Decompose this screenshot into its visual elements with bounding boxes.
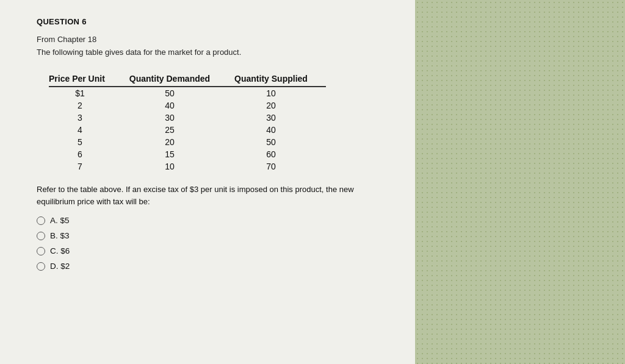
- table-row: 52050: [49, 136, 326, 148]
- table-cell: 30: [228, 112, 326, 124]
- background-texture: [415, 0, 625, 364]
- table-row: 71070: [49, 160, 326, 173]
- table-cell: 20: [123, 136, 228, 148]
- table-row: $15010: [49, 87, 326, 99]
- table-row: 24020: [49, 99, 326, 112]
- table-cell: 10: [123, 160, 228, 173]
- option-b-label: B. $3: [50, 231, 70, 240]
- table-cell: 5: [49, 136, 123, 148]
- market-table: Price Per Unit Quantity Demanded Quantit…: [49, 71, 326, 173]
- table-cell: 4: [49, 124, 123, 136]
- radio-d[interactable]: [37, 262, 45, 271]
- table-cell: 40: [228, 124, 326, 136]
- col-header-supplied: Quantity Supplied: [228, 71, 326, 87]
- table-row: 33030: [49, 112, 326, 124]
- table-cell: 10: [228, 87, 326, 99]
- table-cell: 20: [228, 99, 326, 112]
- table-row: 61560: [49, 148, 326, 160]
- table-cell: 50: [123, 87, 228, 99]
- table-cell: 6: [49, 148, 123, 160]
- table-row: 42540: [49, 124, 326, 136]
- table-cell: 25: [123, 124, 228, 136]
- col-header-price: Price Per Unit: [49, 71, 123, 87]
- table-cell: 15: [123, 148, 228, 160]
- table-cell: $1: [49, 87, 123, 99]
- option-d[interactable]: D. $2: [37, 262, 391, 271]
- intro-line2: The following table gives data for the m…: [37, 48, 391, 57]
- table-cell: 2: [49, 99, 123, 112]
- data-table-section: Price Per Unit Quantity Demanded Quantit…: [37, 71, 391, 173]
- option-c[interactable]: C. $6: [37, 246, 391, 255]
- answer-options: A. $5 B. $3 C. $6 D. $2: [37, 216, 391, 271]
- option-b[interactable]: B. $3: [37, 231, 391, 240]
- option-a-label: A. $5: [50, 216, 70, 225]
- col-header-demanded: Quantity Demanded: [123, 71, 228, 87]
- question-title: QUESTION 6: [37, 17, 391, 26]
- table-cell: 30: [123, 112, 228, 124]
- option-d-label: D. $2: [50, 262, 70, 271]
- option-a[interactable]: A. $5: [37, 216, 391, 225]
- radio-a[interactable]: [37, 216, 45, 225]
- intro-line1: From Chapter 18: [37, 35, 391, 44]
- table-cell: 50: [228, 136, 326, 148]
- table-cell: 7: [49, 160, 123, 173]
- page-container: QUESTION 6 From Chapter 18 The following…: [0, 0, 415, 364]
- table-cell: 70: [228, 160, 326, 173]
- table-cell: 60: [228, 148, 326, 160]
- table-cell: 40: [123, 99, 228, 112]
- radio-c[interactable]: [37, 247, 45, 255]
- table-cell: 3: [49, 112, 123, 124]
- radio-b[interactable]: [37, 232, 45, 240]
- question-text: Refer to the table above. If an excise t…: [37, 184, 391, 207]
- option-c-label: C. $6: [50, 246, 70, 255]
